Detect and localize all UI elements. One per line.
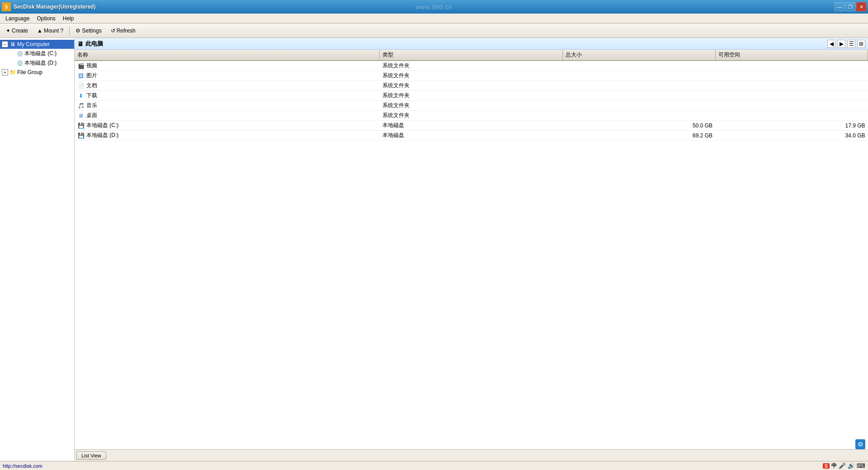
file-name-text: 文档	[86, 82, 97, 89]
col-header-size[interactable]: 总大小	[563, 50, 715, 61]
minimize-button[interactable]: —	[835, 2, 844, 11]
content-header-right: ◀ ▶ ☰ ⊞	[827, 40, 865, 48]
table-row[interactable]: ⬇下载系统文件夹	[75, 91, 868, 101]
view-mode-button[interactable]: ☰	[847, 40, 855, 48]
table-row[interactable]: 🎵音乐系统文件夹	[75, 101, 868, 111]
file-name-text: 本地磁盘 (D:)	[86, 132, 118, 138]
computer-icon: 🖥	[9, 41, 16, 48]
col-header-type[interactable]: 类型	[380, 50, 563, 61]
tray-keyboard-icon[interactable]: ⌨	[857, 462, 865, 469]
view-toggle-bar: List View	[75, 449, 868, 461]
file-size-cell	[563, 61, 715, 71]
file-type-cell: 本地磁盘	[380, 131, 563, 141]
file-name-cell: 💾本地磁盘 (C:)	[75, 121, 380, 131]
nav-back-button[interactable]: ◀	[827, 40, 835, 48]
col-header-name[interactable]: 名称	[75, 50, 380, 61]
col-header-free[interactable]: 可用空间	[715, 50, 868, 61]
close-button[interactable]: ✕	[856, 2, 866, 11]
menu-language[interactable]: Language	[2, 14, 33, 23]
content-header: 🖥 此电脑 ◀ ▶ ☰ ⊞	[75, 38, 868, 50]
create-button[interactable]: ✦ Create	[2, 26, 32, 36]
file-size-cell	[563, 81, 715, 91]
toolbar-separator	[69, 26, 70, 36]
refresh-label: Refresh	[117, 28, 136, 34]
file-name-text: 音乐	[86, 102, 97, 108]
table-row[interactable]: 💾本地磁盘 (C:)本地磁盘50.0 GB17.9 GB	[75, 121, 868, 131]
table-row[interactable]: 🖼图片系统文件夹	[75, 71, 868, 81]
file-free-cell: 17.9 GB	[715, 121, 868, 131]
sidebar-item-disk-d[interactable]: 💿 本地磁盘 (D:)	[7, 58, 74, 68]
file-icon: 📄	[77, 82, 85, 89]
disk-d-icon: 💿	[16, 60, 24, 67]
file-table: 名称 类型 总大小 可用空间 🎬视频系统文件夹🖼图片系统文件夹📄文档系统文件夹⬇…	[75, 50, 868, 141]
my-computer-children: 💿 本地磁盘 (C:) 💿 本地磁盘 (D:)	[0, 49, 74, 68]
tray-s-badge[interactable]: S	[823, 463, 830, 469]
view-details-button[interactable]: ⊞	[857, 40, 865, 48]
file-name-cell: 🎵音乐	[75, 101, 380, 111]
app-icon: S	[2, 2, 11, 11]
file-size-cell	[563, 111, 715, 121]
tree-expand-my-computer[interactable]: −	[2, 41, 8, 47]
table-row[interactable]: 💾本地磁盘 (D:)本地磁盘69.2 GB34.0 GB	[75, 131, 868, 141]
refresh-icon: ↺	[111, 28, 115, 34]
status-bar: http://secdisk.com S 中 🎤 🔊 ⌨	[0, 461, 868, 470]
file-size-cell	[563, 91, 715, 101]
mount-button[interactable]: ▲ Mount ?	[33, 26, 67, 36]
sidebar-item-my-computer[interactable]: − 🖥 My Computer	[0, 40, 74, 49]
file-free-cell	[715, 71, 868, 81]
file-name-cell: ⬇下载	[75, 91, 380, 101]
mount-icon: ▲	[37, 28, 42, 34]
file-icon: 💾	[77, 122, 85, 129]
file-icon: 🎬	[77, 62, 85, 70]
file-free-cell	[715, 91, 868, 101]
restore-button[interactable]: ❐	[845, 2, 855, 11]
file-name-cell: 🎬视频	[75, 61, 380, 71]
file-type-cell: 系统文件夹	[380, 101, 563, 111]
watermark: www.360.cn	[416, 4, 452, 10]
content-header-left: 🖥 此电脑	[77, 40, 103, 48]
refresh-button[interactable]: ↺ Refresh	[107, 26, 140, 36]
pc-icon: 🖥	[77, 40, 84, 47]
table-row[interactable]: 🖥桌面系统文件夹	[75, 111, 868, 121]
settings-button[interactable]: ⚙ Settings	[71, 26, 105, 36]
tray-microphone-icon[interactable]: 🎤	[839, 462, 846, 469]
tree-expand-file-group[interactable]: +	[2, 69, 8, 75]
list-view-button[interactable]: List View	[76, 451, 106, 460]
nav-forward-button[interactable]: ▶	[837, 40, 845, 48]
file-size-cell	[563, 71, 715, 81]
menu-options[interactable]: Options	[33, 14, 59, 23]
table-row[interactable]: 🎬视频系统文件夹	[75, 61, 868, 71]
file-name-cell: 📄文档	[75, 81, 380, 91]
settings-icon: ⚙	[75, 28, 80, 34]
main-area: − 🖥 My Computer 💿 本地磁盘 (C:) 💿 本地磁盘 (D:) …	[0, 38, 868, 461]
file-free-cell	[715, 81, 868, 91]
my-computer-label: My Computer	[17, 41, 50, 47]
tray-speaker-icon[interactable]: 🔊	[848, 462, 855, 469]
file-icon: 🎵	[77, 102, 85, 109]
file-size-cell: 50.0 GB	[563, 121, 715, 131]
file-free-cell	[715, 101, 868, 111]
file-group-icon: 📁	[9, 69, 16, 76]
tray-zh-label[interactable]: 中	[831, 462, 837, 470]
system-tray: S 中 🎤 🔊 ⌨	[823, 462, 865, 470]
content-header-title: 此电脑	[85, 40, 103, 48]
sidebar-item-disk-c[interactable]: 💿 本地磁盘 (C:)	[7, 49, 74, 58]
disk-d-label: 本地磁盘 (D:)	[24, 59, 57, 67]
sidebar-item-file-group[interactable]: + 📁 File Group	[0, 68, 74, 77]
file-type-cell: 系统文件夹	[380, 61, 563, 71]
file-group-label: File Group	[17, 69, 42, 75]
gear-float-button[interactable]: ⚙	[855, 439, 865, 449]
file-icon: 🖥	[77, 112, 85, 119]
file-type-cell: 本地磁盘	[380, 121, 563, 131]
title-bar: S SecDisk Manager(Unregistered) www.360.…	[0, 0, 868, 14]
table-row[interactable]: 📄文档系统文件夹	[75, 81, 868, 91]
mount-label: Mount ?	[44, 28, 63, 34]
file-icon: 🖼	[77, 72, 85, 80]
file-icon: 💾	[77, 132, 85, 139]
disk-c-icon: 💿	[16, 50, 24, 57]
file-name-text: 下载	[86, 92, 97, 99]
file-name-cell: 🖼图片	[75, 71, 380, 81]
status-url: http://secdisk.com	[3, 463, 42, 469]
menu-help[interactable]: Help	[59, 14, 78, 23]
window-controls: — ❐ ✕	[835, 2, 866, 11]
